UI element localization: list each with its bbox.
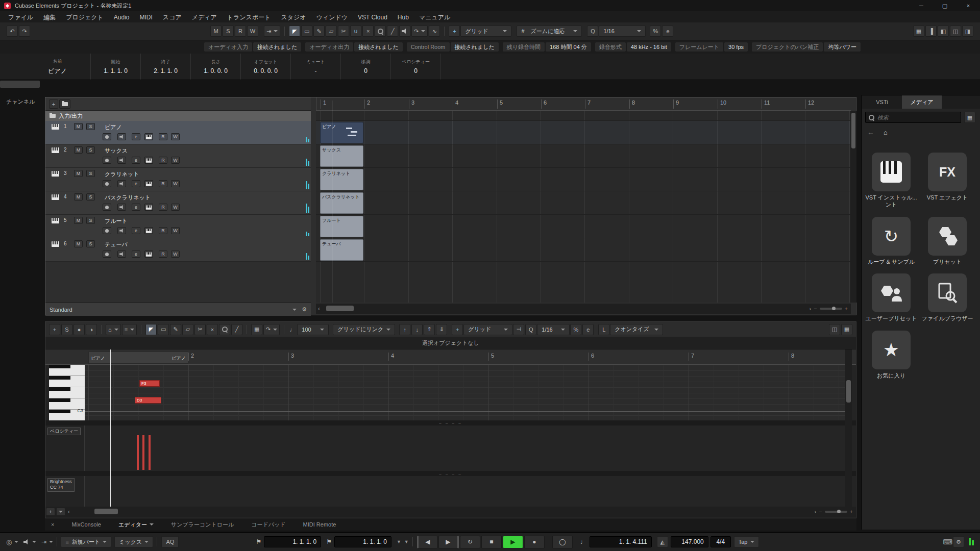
instrument-editor-button[interactable]	[144, 157, 153, 164]
transport-settings-gear-icon[interactable]: ⚙	[953, 536, 964, 547]
event-display[interactable]: ピアノ サックス クラリネット バスクラリネット フルート テューバ	[316, 111, 851, 303]
mute-button[interactable]: M	[74, 193, 83, 201]
monitor-button[interactable]	[117, 157, 126, 164]
zoom-preset-dropdown[interactable]: #ズームに適応	[517, 26, 582, 37]
instrument-editor-button[interactable]	[144, 227, 153, 234]
editor-setup-icon[interactable]: ▦	[841, 324, 852, 335]
editor-draw-tool-icon[interactable]: ✎	[170, 324, 181, 335]
track-row-bassclarinet[interactable]: 4 M S バスクラリネット e R W	[45, 191, 311, 215]
part-boundary-strip[interactable]: ピアノ ピアノ	[88, 352, 188, 364]
lane-tuba[interactable]: テューバ	[316, 238, 851, 262]
move-up-icon[interactable]: ↑	[399, 324, 410, 335]
record-enable-button[interactable]	[103, 180, 111, 187]
midi-part-clarinet[interactable]: クラリネット	[320, 169, 363, 190]
preset-dropdown-icon[interactable]	[292, 309, 297, 311]
menu-studio[interactable]: スタジオ	[276, 13, 311, 22]
read-automation-button[interactable]: R	[159, 157, 167, 164]
write-automation-button[interactable]: W	[171, 157, 180, 164]
tap-tempo-button[interactable]: Tap	[734, 536, 759, 547]
split-tool-icon[interactable]: ✂	[338, 26, 349, 37]
solo-button[interactable]: S	[86, 123, 95, 130]
track-row-tuba[interactable]: 6 M S テューバ e R W	[45, 238, 311, 262]
arrange-horizontal-scrollbar[interactable]: ‹ › − +	[316, 304, 851, 314]
editor-image-icon[interactable]: ▦	[251, 324, 262, 335]
midi-part-sax[interactable]: サックス	[320, 145, 363, 167]
menu-vstcloud[interactable]: VST Cloud	[353, 14, 393, 21]
object-select-tool-icon[interactable]: ◤	[289, 26, 300, 37]
instrument-editor-button[interactable]	[144, 204, 153, 211]
status-audio-in-value[interactable]: 接続されました	[253, 42, 301, 52]
velocity-lane[interactable]: ベロシティー	[45, 425, 845, 471]
redo-icon[interactable]: ↷	[19, 26, 30, 37]
read-all-button[interactable]: R	[235, 26, 246, 37]
tab-midi-remote[interactable]: MIDI Remote	[303, 521, 336, 528]
scroll-left-icon[interactable]: ‹	[316, 305, 322, 312]
solo-all-button[interactable]: S	[223, 26, 234, 37]
track-name[interactable]: バスクラリネット	[105, 194, 151, 202]
write-all-button[interactable]: W	[247, 26, 258, 37]
read-automation-button[interactable]: R	[159, 180, 167, 187]
monitor-button[interactable]	[117, 180, 126, 187]
editor-ruler[interactable]: ピアノ ピアノ 2345678	[45, 349, 856, 365]
record-enable-button[interactable]	[103, 227, 111, 234]
auto-scroll-icon[interactable]: ⇥	[264, 26, 280, 37]
zoom-tool-icon[interactable]	[375, 26, 386, 37]
editor-erase-tool-icon[interactable]: ▱	[182, 324, 193, 335]
monitor-button[interactable]	[117, 133, 126, 140]
record-enable-button[interactable]	[103, 133, 111, 140]
editor-record-icon[interactable]: ●	[74, 324, 85, 335]
editor-home-icon[interactable]: ⌂	[106, 324, 121, 335]
read-automation-button[interactable]: R	[159, 204, 167, 211]
cycle-button[interactable]: ↻	[460, 536, 480, 548]
info-transpose[interactable]: 移調0	[341, 54, 391, 80]
track-name[interactable]: サックス	[105, 147, 128, 155]
midi-part-bassclarinet[interactable]: バスクラリネット	[320, 192, 363, 214]
move-down-octave-icon[interactable]: ⇓	[436, 324, 447, 335]
channel-tab-label[interactable]: チャンネル	[6, 98, 35, 106]
zoom-out-icon[interactable]: −	[814, 306, 817, 312]
track-name[interactable]: フルート	[105, 217, 128, 225]
write-automation-button[interactable]: W	[171, 251, 180, 258]
time-signature-display[interactable]: 4/4	[710, 536, 731, 547]
automation-curve-icon[interactable]: ∿	[429, 26, 440, 37]
tab-chord-pads[interactable]: コードパッド	[251, 521, 285, 529]
editor-split-tool-icon[interactable]: ✂	[194, 324, 206, 335]
auto-punch-icon[interactable]: ⇥	[41, 538, 53, 545]
monitor-button[interactable]	[117, 251, 126, 258]
midi-note-f3[interactable]: F3	[139, 380, 160, 387]
mute-button[interactable]: M	[74, 146, 83, 154]
track-preset-name[interactable]: Standard	[50, 307, 72, 313]
go-to-end-button[interactable]: ▶	[438, 536, 459, 548]
solo-button[interactable]: S	[86, 240, 95, 247]
edit-channel-button[interactable]: e	[132, 180, 140, 187]
feedback-icon[interactable]: ↷	[411, 26, 428, 37]
note-display[interactable]: F3 D3	[85, 365, 845, 420]
status-rectime-value[interactable]: 168 時間 04 分	[546, 42, 591, 52]
scroll-left-icon[interactable]: ‹	[66, 508, 72, 515]
range-select-tool-icon[interactable]: ▭	[301, 26, 312, 37]
glue-tool-icon[interactable]: ∪	[350, 26, 361, 37]
status-panlaw-value[interactable]: 均等パワー	[824, 42, 861, 52]
line-tool-icon[interactable]: ╱	[387, 26, 398, 37]
snap-toggle-icon[interactable]: +	[449, 26, 460, 37]
menu-project[interactable]: プロジェクト	[61, 13, 109, 22]
left-locator[interactable]: ⚑1. 1. 1. 0	[256, 536, 321, 547]
midi-part-tuba[interactable]: テューバ	[320, 239, 363, 261]
home-icon[interactable]: ⌂	[884, 129, 888, 136]
solo-button[interactable]: S	[86, 170, 95, 177]
add-lane-button[interactable]: +	[46, 508, 55, 516]
play-button[interactable]: ▶	[503, 536, 523, 548]
instrument-editor-button[interactable]	[144, 133, 153, 140]
zoom-in-icon[interactable]: +	[845, 306, 848, 312]
mute-button[interactable]: M	[74, 170, 83, 177]
lane-preset-icon[interactable]	[56, 508, 65, 516]
write-automation-button[interactable]: W	[171, 227, 180, 234]
output-speaker-icon[interactable]	[23, 539, 36, 545]
tile-vst-effects[interactable]: FX VST エフェクト	[919, 153, 975, 209]
mix-dropdown[interactable]: ミックス	[114, 536, 153, 547]
folder-track-io[interactable]: 入力/出力	[45, 111, 311, 121]
tile-file-browser[interactable]: ファイルブラウザー	[919, 273, 975, 322]
track-name[interactable]: ピアノ	[105, 123, 122, 131]
info-length[interactable]: 長さ1. 0. 0. 0	[191, 54, 241, 80]
tab-media[interactable]: メディア	[902, 95, 942, 109]
